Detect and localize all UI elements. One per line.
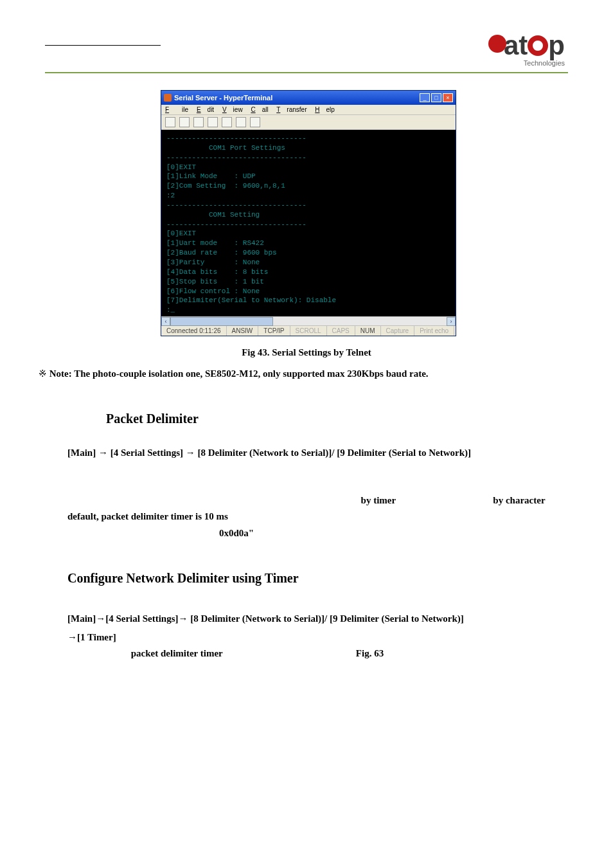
toolbar-receive-icon[interactable] bbox=[236, 117, 246, 127]
menu-transfer[interactable]: Transfer bbox=[276, 106, 306, 113]
window-titlebar: Serial Server - HyperTerminal _ □ × bbox=[161, 91, 456, 105]
bold-default-timer: default, packet delimiter timer is 10 ms bbox=[67, 511, 228, 521]
status-bar: Connected 0:11:26 ANSIW TCP/IP SCROLL CA… bbox=[161, 325, 456, 336]
status-num: NUM bbox=[355, 326, 381, 336]
note-text: ※ Note: The photo-couple isolation one, … bbox=[39, 368, 429, 379]
status-emulation: ANSIW bbox=[227, 326, 259, 336]
close-button[interactable]: × bbox=[443, 93, 453, 102]
toolbar-send-icon[interactable] bbox=[222, 117, 232, 127]
status-caps: CAPS bbox=[327, 326, 355, 336]
toolbar-disconnect-icon[interactable] bbox=[208, 117, 218, 127]
bold-by-timer: by timer bbox=[361, 495, 396, 505]
section-heading-configure-timer: Configure Network Delimiter using Timer bbox=[67, 571, 299, 586]
scroll-thumb[interactable] bbox=[170, 317, 273, 326]
figure-caption: Fig 43. Serial Settings by Telnet bbox=[0, 347, 613, 358]
section-heading-packet-delimiter: Packet Delimiter bbox=[106, 411, 199, 426]
arrow-right-icon: → bbox=[96, 613, 105, 624]
menu-view[interactable]: View bbox=[222, 106, 243, 113]
body-text: . By bbox=[546, 495, 562, 505]
status-echo: Print echo bbox=[414, 326, 454, 336]
reference-mark-icon: ※ bbox=[39, 368, 49, 379]
status-capture: Capture bbox=[381, 326, 415, 336]
maximize-button[interactable]: □ bbox=[431, 93, 441, 102]
window-title: Serial Server - HyperTerminal bbox=[174, 94, 272, 102]
scroll-right-icon[interactable]: › bbox=[447, 317, 456, 326]
toolbar-open-icon[interactable] bbox=[179, 117, 190, 127]
body-text: as shown in the following figure ( bbox=[223, 648, 356, 658]
hyperterminal-icon bbox=[164, 94, 172, 102]
menu-edit[interactable]: Edit bbox=[197, 106, 214, 113]
menu-bar: File Edit View Call Transfer Help bbox=[161, 105, 456, 115]
bold-packet-delimiter-timer: packet delimiter timer bbox=[131, 648, 223, 658]
arrow-right-icon: → bbox=[186, 447, 195, 458]
arrow-right-icon: → bbox=[67, 631, 77, 642]
logo-dot-icon bbox=[488, 35, 506, 53]
menu-file[interactable]: File bbox=[165, 106, 188, 113]
minimize-button[interactable]: _ bbox=[420, 93, 430, 102]
header-short-rule bbox=[45, 45, 161, 46]
nav-path-2: [Main]→[4 Serial Settings]→ [8 Delimiter… bbox=[67, 610, 464, 646]
logo-wordmark: atp bbox=[504, 32, 565, 59]
toolbar-properties-icon[interactable] bbox=[250, 117, 260, 127]
horizontal-scrollbar[interactable]: ‹ › bbox=[161, 316, 456, 325]
logo-o-icon bbox=[528, 35, 548, 56]
timer-paragraph: One can choose packet delimiter timer as… bbox=[67, 648, 565, 659]
scroll-left-icon[interactable]: ‹ bbox=[161, 317, 170, 326]
bold-by-character: by character bbox=[493, 495, 545, 505]
toolbar-new-icon[interactable] bbox=[165, 117, 175, 127]
status-scroll: SCROLL bbox=[290, 326, 327, 336]
logo-subtext: Technologies bbox=[524, 59, 565, 67]
body-text: ) bbox=[384, 648, 387, 658]
bold-hex-pattern: 0x0d0a" bbox=[219, 528, 254, 538]
menu-help[interactable]: Help bbox=[315, 106, 335, 113]
toolbar bbox=[161, 115, 456, 130]
terminal-output: --------------------------------- COM1 P… bbox=[161, 130, 456, 316]
status-connected: Connected 0:11:26 bbox=[161, 326, 227, 336]
arrow-right-icon: → bbox=[179, 613, 188, 624]
body-text: , then the entire data buffer of the ser… bbox=[254, 528, 490, 538]
menu-call[interactable]: Call bbox=[251, 106, 268, 113]
header-full-rule bbox=[45, 72, 568, 73]
packet-delimiter-paragraph: Packet delimiter is a way of controlling… bbox=[67, 476, 565, 541]
arrow-right-icon: → bbox=[98, 447, 108, 458]
hyperterminal-window: Serial Server - HyperTerminal _ □ × File… bbox=[161, 90, 456, 336]
nav-path-1: [Main] → [4 Serial Settings] → [8 Delimi… bbox=[67, 447, 471, 458]
status-protocol: TCP/IP bbox=[258, 326, 290, 336]
body-text: One can choose bbox=[67, 648, 131, 658]
toolbar-connect-icon[interactable] bbox=[193, 117, 204, 127]
note-body: Note: The photo-couple isolation one, SE… bbox=[49, 368, 429, 379]
brand-logo: atp Technologies bbox=[488, 32, 565, 59]
bold-fig-ref: Fig. 63 bbox=[356, 648, 384, 658]
body-text: and (2) packet delimiter bbox=[396, 495, 493, 505]
